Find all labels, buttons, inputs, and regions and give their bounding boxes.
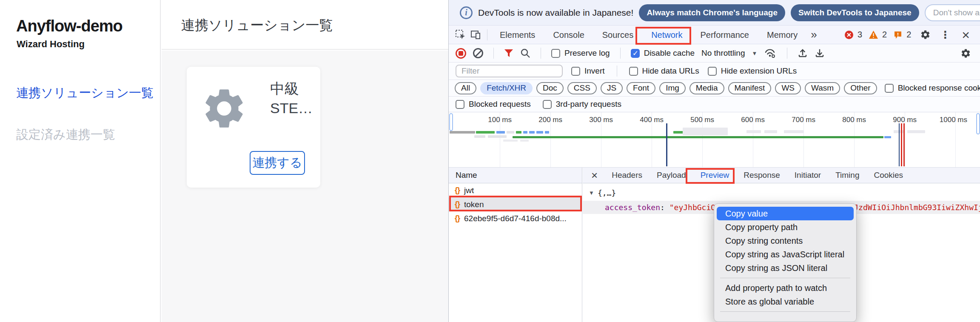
context-menu: Copy valueCopy property pathCopy string …: [714, 203, 857, 322]
menu-item-store-as-global-variable[interactable]: Store as global variable: [714, 295, 856, 308]
timeline-event-marker: [666, 123, 667, 166]
tab-memory[interactable]: Memory: [758, 26, 806, 44]
checkbox-unchecked[interactable]: [571, 67, 580, 76]
menu-item-copy-string-as-javascript-literal[interactable]: Copy string as JavaScript literal: [714, 248, 856, 261]
search-icon[interactable]: [520, 48, 530, 58]
tab-elements[interactable]: Elements: [491, 26, 544, 44]
type-filter-img[interactable]: Img: [659, 82, 686, 94]
tab-network[interactable]: Network: [642, 26, 691, 44]
preview-root-row[interactable]: ▼ {,…}: [583, 183, 980, 197]
type-filter-all[interactable]: All: [455, 82, 476, 94]
type-filter-font[interactable]: Font: [627, 82, 655, 94]
always-match-language-button[interactable]: Always match Chrome's language: [639, 4, 785, 21]
sidebar-item-configured-list[interactable]: 設定済み連携一覧: [16, 126, 160, 143]
menu-item-add-property-path-to-watch[interactable]: Add property path to watch: [714, 281, 856, 295]
detail-tab-response[interactable]: Response: [736, 171, 787, 180]
waterfall-bar: [513, 136, 883, 138]
waterfall-bar: [907, 130, 925, 133]
error-icon[interactable]: [844, 30, 854, 40]
warning-count: 2: [882, 30, 887, 40]
filter-input[interactable]: [456, 65, 563, 77]
tab-performance[interactable]: Performance: [692, 26, 758, 44]
settings-gear-icon[interactable]: [917, 27, 933, 43]
inspect-element-icon[interactable]: [453, 27, 468, 43]
detail-tab-preview[interactable]: Preview: [693, 171, 737, 180]
menu-item-copy-property-path[interactable]: Copy property path: [714, 220, 856, 234]
request-rows: {}jwt{}token{}62ebe9f5-d6d7-416d-b08d...: [449, 183, 582, 225]
checkbox-unchecked[interactable]: [543, 100, 552, 109]
tab-console[interactable]: Console: [544, 26, 593, 44]
waterfall-bar: [476, 131, 495, 134]
type-filter-doc[interactable]: Doc: [536, 82, 564, 94]
kebab-menu-icon[interactable]: ⋮: [937, 29, 954, 41]
connect-button[interactable]: 連携する: [250, 151, 305, 175]
timeline-tick-label: 200 ms: [511, 116, 562, 124]
detail-tab-timing[interactable]: Timing: [828, 171, 866, 180]
device-toolbar-icon[interactable]: [468, 27, 484, 43]
devtools-tab-strip: ElementsConsoleSourcesNetworkPerformance…: [449, 26, 980, 44]
request-row-token[interactable]: {}token: [449, 197, 582, 211]
type-filter-manifest[interactable]: Manifest: [728, 82, 772, 94]
menu-separator: [720, 278, 850, 278]
devtools-close-icon[interactable]: ×: [957, 28, 974, 42]
detail-tab-payload[interactable]: Payload: [650, 171, 693, 180]
disable-cache-checkbox[interactable]: Disable cache: [631, 48, 695, 58]
tab-sources[interactable]: Sources: [593, 26, 642, 44]
network-settings-gear-icon[interactable]: [958, 46, 973, 61]
blocked-response-cookies-checkbox[interactable]: Blocked response cookies: [885, 83, 980, 93]
waterfall-bar: [450, 131, 475, 134]
type-filter-css[interactable]: CSS: [567, 82, 597, 94]
timeline-tick-label: 800 ms: [815, 116, 866, 124]
name-column-header[interactable]: Name: [449, 168, 582, 183]
throttling-value: No throttling: [701, 48, 745, 58]
third-party-requests-checkbox[interactable]: 3rd-party requests: [543, 100, 621, 109]
hide-extension-urls-checkbox[interactable]: Hide extension URLs: [708, 66, 797, 76]
request-row-62ebe9f5-d6d[interactable]: {}62ebe9f5-d6d7-416d-b08d...: [449, 211, 582, 225]
checkbox-unchecked[interactable]: [456, 100, 464, 109]
network-overview-timeline[interactable]: 100 ms200 ms300 ms400 ms500 ms600 ms700 …: [449, 112, 980, 168]
checkbox-unchecked[interactable]: [551, 49, 560, 58]
menu-item-copy-string-as-json-literal[interactable]: Copy string as JSON literal: [714, 261, 856, 275]
timeline-left-handle[interactable]: [449, 113, 453, 131]
invert-checkbox[interactable]: Invert: [571, 66, 605, 76]
close-detail-icon[interactable]: ×: [583, 170, 604, 181]
throttling-dropdown[interactable]: No throttling ▼: [701, 48, 757, 58]
record-network-log-icon[interactable]: [456, 48, 466, 59]
type-filter-media[interactable]: Media: [689, 82, 724, 94]
expand-caret-icon[interactable]: ▼: [589, 190, 594, 196]
timeline-tick-label: 300 ms: [562, 116, 613, 124]
menu-item-copy-string-contents[interactable]: Copy string contents: [714, 234, 856, 248]
checkbox-unchecked[interactable]: [629, 67, 638, 76]
type-filter-ws[interactable]: WS: [775, 82, 801, 94]
type-filter-fetch-xhr[interactable]: Fetch/XHR: [480, 82, 533, 94]
blocked-requests-checkbox[interactable]: Blocked requests: [456, 100, 531, 109]
checkbox-unchecked[interactable]: [885, 84, 894, 93]
type-pill-list: AllFetch/XHRDocCSSJSFontImgMediaManifest…: [455, 82, 877, 94]
type-filter-wasm[interactable]: Wasm: [805, 82, 840, 94]
export-har-icon[interactable]: [815, 48, 825, 58]
detail-tab-initiator[interactable]: Initiator: [787, 171, 828, 180]
hide-data-urls-checkbox[interactable]: Hide data URLs: [629, 66, 699, 76]
more-tabs-icon[interactable]: »: [806, 28, 821, 41]
filter-funnel-icon[interactable]: [504, 49, 513, 57]
detail-tab-cookies[interactable]: Cookies: [866, 171, 910, 180]
preserve-log-checkbox[interactable]: Preserve log: [551, 48, 610, 58]
sidebar-item-solution-list[interactable]: 連携ソリューション一覧: [16, 85, 160, 102]
type-filter-other[interactable]: Other: [844, 82, 877, 94]
timeline-right-handle[interactable]: [976, 113, 980, 134]
detail-tab-headers[interactable]: Headers: [604, 171, 650, 180]
hide-extension-urls-label: Hide extension URLs: [721, 66, 797, 76]
checkbox-unchecked[interactable]: [708, 67, 717, 76]
dont-show-again-button[interactable]: Don't show again: [925, 4, 980, 21]
main-header: 連携ソリューション一覧: [162, 0, 448, 50]
switch-devtools-japanese-button[interactable]: Switch DevTools to Japanese: [791, 4, 919, 21]
clear-network-log-icon[interactable]: [473, 48, 483, 58]
menu-item-copy-value[interactable]: Copy value: [717, 207, 854, 220]
import-har-icon[interactable]: [798, 48, 808, 58]
checkbox-checked[interactable]: [631, 49, 640, 58]
type-filter-js[interactable]: JS: [601, 82, 623, 94]
network-conditions-icon[interactable]: [764, 48, 777, 58]
issues-icon[interactable]: [893, 30, 903, 40]
request-row-jwt[interactable]: {}jwt: [449, 183, 582, 197]
warning-icon[interactable]: [869, 30, 878, 39]
